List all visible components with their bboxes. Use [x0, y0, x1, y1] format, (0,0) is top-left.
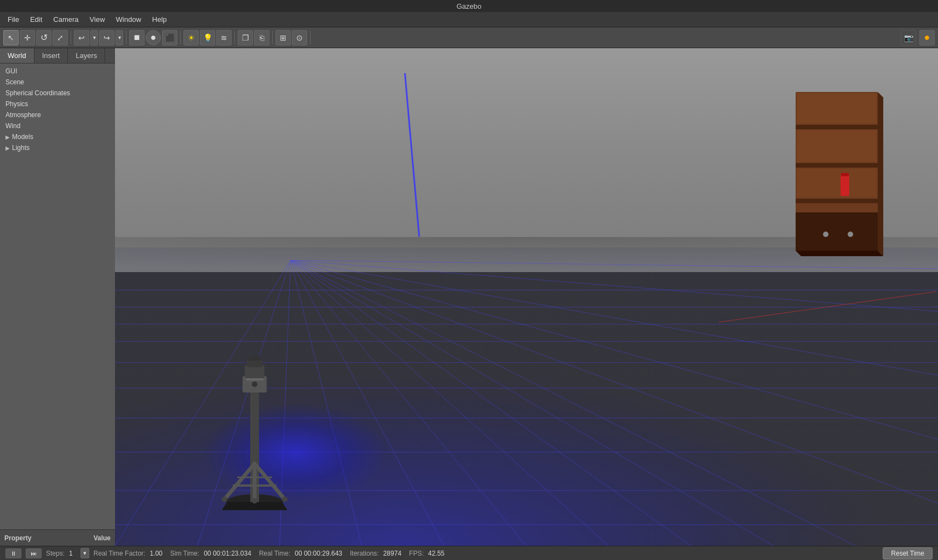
menu-help[interactable]: Help [147, 14, 172, 25]
tree-item-scene[interactable]: Scene [0, 77, 115, 88]
translate-tool-button[interactable]: ✛ [20, 30, 35, 45]
step-button[interactable]: ⏭ [26, 549, 42, 558]
menu-camera[interactable]: Camera [48, 14, 84, 25]
svg-rect-27 [796, 212, 878, 251]
cylinder-button[interactable]: ⬛ [162, 30, 177, 45]
menu-edit[interactable]: Edit [25, 14, 48, 25]
tree-item-spherical[interactable]: Spherical Coordinates [0, 88, 115, 99]
tree-item-models[interactable]: ▶ Models [0, 131, 115, 142]
copy-button[interactable]: ❐ [238, 30, 253, 45]
tab-insert[interactable]: Insert [34, 48, 68, 63]
dir-light-button[interactable]: ≋ [216, 30, 232, 45]
tree-panel: GUI Scene Spherical Coordinates Physics … [0, 63, 115, 529]
menu-window[interactable]: Window [111, 14, 147, 25]
svg-rect-52 [246, 378, 263, 380]
steps-label: Steps: [46, 550, 65, 557]
reset-time-button[interactable]: Reset Time [883, 547, 933, 559]
scene-canvas [115, 48, 938, 546]
toolbar: ↖ ✛ ↺ ⤢ ↩ ▾ ↪ ▾ ■ ● ⬛ ☀ 💡 ≋ ❐ ⎗ ⊞ ⊙ 📷 ● [0, 27, 938, 48]
svg-rect-35 [841, 173, 849, 176]
svg-line-43 [225, 464, 255, 499]
svg-rect-50 [247, 360, 262, 367]
sphere-button[interactable]: ● [146, 30, 161, 45]
simtime-value: 00 00:01:23.034 [204, 550, 251, 557]
orange-shape-button[interactable]: ● [919, 30, 935, 45]
redo-button[interactable]: ↪ [99, 30, 114, 45]
3d-viewport[interactable] [115, 48, 938, 546]
svg-point-54 [222, 497, 227, 502]
point-light-button[interactable]: ☀ [183, 30, 199, 45]
statusbar: ⏸ ⏭ Steps: 1 ▾ Real Time Factor: 1.00 Si… [0, 546, 938, 560]
svg-rect-28 [796, 125, 878, 129]
realtime-factor-value: 1.00 [149, 550, 162, 557]
pause-button[interactable]: ⏸ [5, 549, 21, 558]
tree-item-physics[interactable]: Physics [0, 99, 115, 109]
menu-view[interactable]: View [84, 14, 111, 25]
steps-value: 1 [69, 550, 73, 557]
fps-label: FPS: [409, 550, 424, 557]
tab-world[interactable]: World [0, 48, 34, 63]
svg-point-36 [823, 232, 828, 237]
sep2 [126, 31, 126, 44]
property-panel: Property Value [0, 529, 115, 546]
svg-point-55 [282, 497, 287, 502]
sep5 [272, 31, 273, 44]
svg-point-37 [848, 232, 853, 237]
tab-layers[interactable]: Layers [68, 48, 105, 63]
svg-rect-34 [841, 174, 849, 196]
rotate-tool-button[interactable]: ↺ [36, 30, 51, 45]
screenshot-button[interactable]: 📷 [901, 30, 916, 45]
title-text: Gazebo [457, 2, 482, 10]
svg-marker-39 [796, 251, 883, 256]
tree-item-wind[interactable]: Wind [0, 120, 115, 131]
sep6 [310, 31, 310, 44]
titlebar: Gazebo [0, 0, 938, 12]
property-col-header: Property [0, 534, 89, 542]
svg-rect-33 [797, 169, 877, 198]
svg-point-53 [252, 382, 257, 387]
svg-marker-38 [878, 92, 883, 256]
tab-bar: World Insert Layers [0, 48, 115, 63]
svg-rect-30 [796, 199, 878, 203]
left-panel: World Insert Layers GUI Scene Spherical … [0, 48, 115, 546]
sep3 [180, 31, 181, 44]
value-col-header: Value [89, 534, 115, 542]
select-tool-button[interactable]: ↖ [3, 30, 19, 45]
box-button[interactable]: ■ [129, 30, 145, 45]
iterations-label: Iterations: [350, 550, 379, 557]
realtime-factor-label: Real Time Factor: [94, 550, 146, 557]
snap-button[interactable]: ⊙ [292, 30, 307, 45]
svg-rect-32 [797, 130, 877, 162]
bookcase-model [790, 92, 883, 273]
svg-rect-31 [797, 93, 877, 124]
align-button[interactable]: ⊞ [275, 30, 291, 45]
svg-rect-51 [249, 356, 260, 361]
redo-dropdown-button[interactable]: ▾ [116, 30, 123, 45]
svg-line-44 [255, 464, 285, 499]
paste-button[interactable]: ⎗ [254, 30, 269, 45]
iterations-value: 28974 [383, 550, 401, 557]
sep4 [234, 31, 235, 44]
undo-button[interactable]: ↩ [74, 30, 89, 45]
spot-light-button[interactable]: 💡 [200, 30, 215, 45]
menubar: File Edit Camera View Window Help [0, 12, 938, 27]
steps-dropdown-button[interactable]: ▾ [80, 548, 89, 558]
simtime-label: Sim Time: [170, 550, 199, 557]
main-content: World Insert Layers GUI Scene Spherical … [0, 48, 938, 546]
models-arrow-icon: ▶ [5, 134, 10, 140]
fps-value: 42.55 [428, 550, 445, 557]
svg-point-56 [252, 498, 257, 504]
tree-item-lights[interactable]: ▶ Lights [0, 142, 115, 153]
realtime-value: 00 00:00:29.643 [295, 550, 342, 557]
menu-file[interactable]: File [2, 14, 25, 25]
lights-arrow-icon: ▶ [5, 145, 10, 151]
sep1 [71, 31, 71, 44]
scale-tool-button[interactable]: ⤢ [53, 30, 68, 45]
tree-item-atmosphere[interactable]: Atmosphere [0, 109, 115, 120]
svg-rect-29 [796, 163, 878, 168]
undo-dropdown-button[interactable]: ▾ [90, 30, 98, 45]
tree-item-gui[interactable]: GUI [0, 66, 115, 77]
tripod-sensor-model [216, 354, 293, 513]
realtime-label: Real Time: [259, 550, 290, 557]
